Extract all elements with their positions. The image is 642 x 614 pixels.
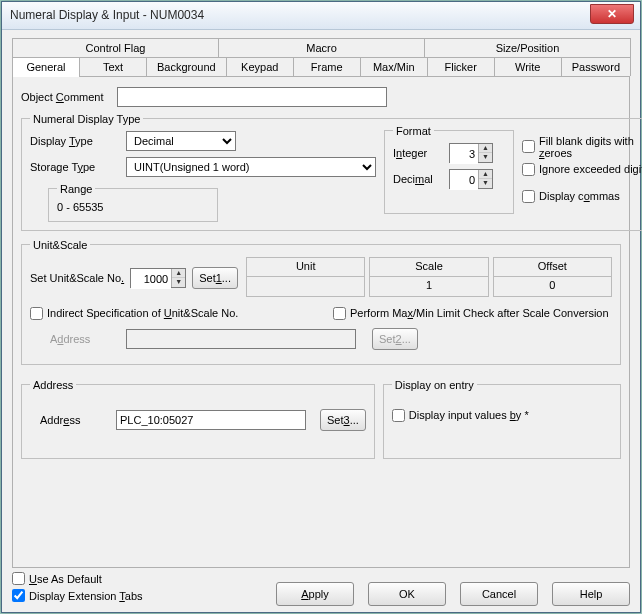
tab-password[interactable]: Password [561, 57, 631, 76]
display-commas-checkbox[interactable]: Display commas [522, 190, 620, 203]
display-type-select[interactable]: Decimal [126, 131, 236, 151]
scale-value: 1 [369, 277, 488, 297]
tab-text[interactable]: Text [79, 57, 147, 76]
tab-keypad[interactable]: Keypad [226, 57, 294, 76]
titlebar[interactable]: Numeral Display & Input - NUM0034 ✕ [2, 2, 640, 30]
display-type-label: Display Type [30, 135, 126, 147]
down-arrow-icon[interactable]: ▼ [172, 278, 185, 287]
storage-type-label: Storage Type [30, 161, 126, 173]
tab-body: Object Comment Numeral Display Type Disp… [12, 77, 630, 568]
scale-header: Scale [369, 257, 488, 277]
dialog-window: Numeral Display & Input - NUM0034 ✕ Cont… [1, 1, 641, 613]
cancel-button[interactable]: Cancel [460, 582, 538, 606]
tab-macro[interactable]: Macro [218, 38, 425, 57]
fill-zeroes-checkbox[interactable]: Fill blank digits with zeroes [522, 135, 642, 159]
unit-value [246, 277, 365, 297]
unit-header: Unit [246, 257, 365, 277]
address-group: Address Address Set3... [21, 379, 375, 459]
display-commas-label: Display commas [539, 190, 620, 202]
decimal-value[interactable] [450, 170, 478, 190]
indirect-spec-checkbox[interactable]: Indirect Specification of Unit&Scale No. [30, 307, 309, 320]
tab-row-lower: General Text Background Keypad Frame Max… [12, 57, 630, 77]
perform-check-label: Perform Max/Min Limit Check after Scale … [350, 307, 609, 319]
down-arrow-icon[interactable]: ▼ [479, 179, 492, 188]
close-button[interactable]: ✕ [590, 4, 634, 24]
display-entry-group: Display on entry Display input values by… [383, 379, 621, 459]
address-legend: Address [30, 379, 76, 391]
down-arrow-icon[interactable]: ▼ [479, 153, 492, 162]
address-label: Address [40, 414, 110, 426]
help-button[interactable]: Help [552, 582, 630, 606]
integer-stepper[interactable]: ▲▼ [449, 143, 493, 163]
ignore-exceeded-checkbox[interactable]: Ignore exceeded digits [522, 163, 642, 176]
object-comment-input[interactable] [117, 87, 387, 107]
tab-size-position[interactable]: Size/Position [424, 38, 631, 57]
format-group: Format Integer ▲▼ Decimal [384, 125, 514, 214]
use-as-default-checkbox[interactable]: Use As Default [12, 572, 102, 585]
unitscale-legend: Unit&Scale [30, 239, 90, 251]
display-entry-legend: Display on entry [392, 379, 477, 391]
integer-value[interactable] [450, 144, 478, 164]
offset-header: Offset [493, 257, 612, 277]
perform-check-checkbox[interactable]: Perform Max/Min Limit Check after Scale … [333, 307, 612, 320]
tab-write[interactable]: Write [494, 57, 562, 76]
display-input-by-checkbox[interactable]: Display input values by * [392, 409, 529, 422]
set3-button[interactable]: Set3... [320, 409, 366, 431]
offset-value: 0 [493, 277, 612, 297]
indirect-spec-label: Indirect Specification of Unit&Scale No. [47, 307, 238, 319]
tab-general[interactable]: General [12, 57, 80, 76]
decimal-label: Decimal [393, 173, 443, 185]
tab-maxmin[interactable]: Max/Min [360, 57, 428, 76]
up-arrow-icon[interactable]: ▲ [479, 170, 492, 180]
storage-type-select[interactable]: UINT(Unsigned 1 word) [126, 157, 376, 177]
up-arrow-icon[interactable]: ▲ [479, 144, 492, 154]
tab-row-upper: Control Flag Macro Size/Position [12, 38, 630, 57]
display-ext-tabs-label: Display Extension Tabs [29, 590, 143, 602]
tab-flicker[interactable]: Flicker [427, 57, 495, 76]
decimal-arrows[interactable]: ▲▼ [478, 170, 492, 188]
unitscale-arrows[interactable]: ▲▼ [171, 269, 185, 287]
set2-button: Set2... [372, 328, 418, 350]
object-comment-label: Object Comment [21, 91, 117, 103]
set-unitscale-label: Set Unit&Scale No. [30, 272, 124, 284]
numeral-display-group: Numeral Display Type Display Type Decima… [21, 113, 642, 231]
fill-zeroes-label: Fill blank digits with zeroes [539, 135, 642, 159]
format-legend: Format [393, 125, 434, 137]
bottom-bar: Use As Default Display Extension Tabs Ap… [12, 572, 630, 606]
ignore-exceeded-label: Ignore exceeded digits [539, 163, 642, 175]
indirect-address-input [126, 329, 356, 349]
display-input-by-label: Display input values by * [409, 409, 529, 421]
range-value: 0 - 65535 [57, 201, 103, 213]
tab-frame[interactable]: Frame [293, 57, 361, 76]
range-legend: Range [57, 183, 95, 195]
apply-button[interactable]: Apply [276, 582, 354, 606]
unitscale-stepper[interactable]: ▲▼ [130, 268, 186, 288]
tab-strip: Control Flag Macro Size/Position General… [12, 38, 630, 77]
address-input[interactable] [116, 410, 306, 430]
unitscale-value[interactable] [131, 269, 171, 289]
up-arrow-icon[interactable]: ▲ [172, 269, 185, 279]
display-ext-tabs-checkbox[interactable]: Display Extension Tabs [12, 589, 143, 602]
integer-label: Integer [393, 147, 443, 159]
set1-button[interactable]: Set1... [192, 267, 238, 289]
indirect-address-label: Address [50, 333, 120, 345]
ok-button[interactable]: OK [368, 582, 446, 606]
object-comment-row: Object Comment [21, 87, 621, 107]
decimal-stepper[interactable]: ▲▼ [449, 169, 493, 189]
window-title: Numeral Display & Input - NUM0034 [10, 8, 204, 22]
tab-background[interactable]: Background [146, 57, 227, 76]
range-group: Range 0 - 65535 [48, 183, 218, 222]
close-icon: ✕ [607, 7, 617, 21]
tab-control-flag[interactable]: Control Flag [12, 38, 219, 57]
unitscale-group: Unit&Scale Set Unit&Scale No. ▲▼ Set1... [21, 239, 621, 365]
use-as-default-label: Use As Default [29, 573, 102, 585]
integer-arrows[interactable]: ▲▼ [478, 144, 492, 162]
numeral-display-legend: Numeral Display Type [30, 113, 143, 125]
